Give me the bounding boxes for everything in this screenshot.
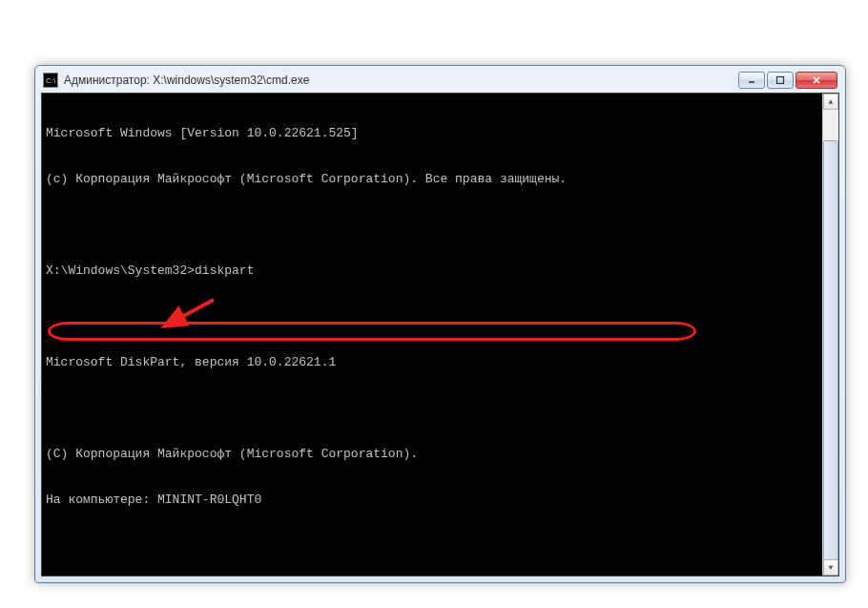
- output-line: Microsoft DiskPart, версия 10.0.22621.1: [46, 355, 835, 370]
- maximize-button[interactable]: [767, 72, 794, 89]
- cmd-icon: C:\: [43, 73, 58, 88]
- scroll-down-button[interactable]: ▼: [823, 559, 838, 576]
- blank-line: [46, 218, 835, 233]
- cmd-window: C:\ Администратор: X:\windows\system32\c…: [34, 65, 846, 583]
- svg-rect-1: [777, 77, 784, 84]
- output-line: На компьютере: MININT-R0LQHT0: [46, 493, 835, 508]
- annotation-highlight-oval: [48, 322, 696, 341]
- close-icon: [812, 75, 821, 85]
- output-line: (c) Корпорация Майкрософт (Microsoft Cor…: [46, 172, 835, 187]
- blank-line: [46, 401, 835, 416]
- output-line: (C) Корпорация Майкрософт (Microsoft Cor…: [46, 447, 835, 462]
- vertical-scrollbar[interactable]: ▲ ▼: [822, 94, 838, 576]
- window-controls: [738, 72, 837, 89]
- blank-line: [46, 309, 835, 325]
- minimize-button[interactable]: [738, 72, 765, 89]
- title-bar[interactable]: C:\ Администратор: X:\windows\system32\c…: [41, 72, 839, 93]
- scroll-thumb[interactable]: [823, 140, 838, 577]
- scroll-track[interactable]: [823, 110, 838, 559]
- scroll-up-button[interactable]: ▲: [823, 94, 838, 110]
- blank-line: [46, 538, 835, 554]
- output-line: Microsoft Windows [Version 10.0.22621.52…: [46, 126, 835, 141]
- close-button[interactable]: [796, 72, 837, 89]
- terminal-area[interactable]: Microsoft Windows [Version 10.0.22621.52…: [41, 93, 839, 577]
- prompt-line: X:\Windows\System32>diskpart: [46, 263, 835, 279]
- maximize-icon: [775, 75, 785, 85]
- window-title: Администратор: X:\windows\system32\cmd.e…: [64, 73, 738, 87]
- minimize-icon: [747, 75, 756, 85]
